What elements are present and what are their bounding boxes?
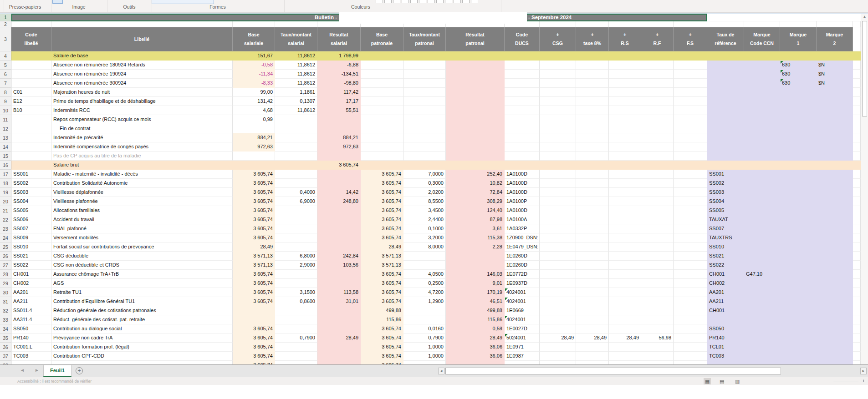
row-header-25[interactable]: 25 xyxy=(0,242,11,252)
cell-r28-bp[interactable]: 3 605,74 xyxy=(361,270,403,279)
zoom-out-icon[interactable]: − xyxy=(825,378,828,384)
color-swatch[interactable] xyxy=(454,0,461,3)
row-header-24[interactable]: 24 xyxy=(0,233,11,242)
cell-r20-ts[interactable]: 6,9000 xyxy=(275,197,317,206)
cell-r32-ref[interactable]: CH001 xyxy=(707,306,744,315)
row-header-3[interactable]: 3 xyxy=(0,27,11,51)
row-header-12[interactable]: 12 xyxy=(0,124,11,133)
cell-r22-rp[interactable]: 87,98 xyxy=(446,215,505,224)
cell-r32-code[interactable]: SS011.4 xyxy=(11,306,51,315)
cell-r37-rs[interactable] xyxy=(317,352,361,361)
cell-r34-rp[interactable]: 0,58 xyxy=(446,324,505,333)
cell-r28-rp[interactable]: 146,03 xyxy=(446,270,505,279)
cell-r19-m1[interactable] xyxy=(780,188,817,197)
cell-r2-ref[interactable] xyxy=(707,21,744,27)
cell-r12-code[interactable] xyxy=(11,124,51,133)
cell-r20-rp[interactable]: 308,29 xyxy=(446,197,505,206)
cell-r29-tp[interactable]: 0,2500 xyxy=(403,279,446,288)
cell-r34-bp[interactable]: 3 605,74 xyxy=(361,324,403,333)
cell-r26-bs[interactable]: 3 571,13 xyxy=(233,252,275,261)
horizontal-scrollbar-thumb[interactable] xyxy=(445,368,781,374)
row-header-18[interactable]: 18 xyxy=(0,179,11,188)
cell-r34-taxe[interactable] xyxy=(576,324,609,333)
column-header-3[interactable]: Taux/montant salarial xyxy=(275,27,317,51)
cell-r28-sliver[interactable] xyxy=(853,270,861,279)
cell-r26-label[interactable]: CSG déductible xyxy=(51,252,233,261)
cell-r20-sliver[interactable] xyxy=(853,197,861,206)
cell-r29-code[interactable]: CH002 xyxy=(11,279,51,288)
cell-r23-m2[interactable] xyxy=(817,224,853,233)
cell-r34-ref[interactable]: SS050 xyxy=(707,324,744,333)
cell-r2-ccn[interactable] xyxy=(744,21,780,27)
cell-r34-rf[interactable] xyxy=(641,324,674,333)
cell-r25-bp[interactable]: 28,49 xyxy=(361,242,403,252)
cell-r22-rs2[interactable] xyxy=(609,215,641,224)
cell-r21-sliver[interactable] xyxy=(853,206,861,215)
cell-r23-rf[interactable] xyxy=(641,224,674,233)
cell-r32-sliver[interactable] xyxy=(853,306,861,315)
cell-r17-m1[interactable] xyxy=(780,170,817,179)
cell-r11-bs[interactable]: 0,99 xyxy=(233,115,275,124)
cell-r14-ccn[interactable] xyxy=(744,142,780,152)
cell-r21-ts[interactable] xyxy=(275,206,317,215)
cell-r27-rs[interactable]: 103,56 xyxy=(317,261,361,270)
cell-r11-ts[interactable] xyxy=(275,115,317,124)
cell-r19-code[interactable]: SS003 xyxy=(11,188,51,197)
color-swatch[interactable] xyxy=(445,0,452,3)
cell-r7-ccn[interactable] xyxy=(744,79,780,88)
cell-r35-bs[interactable]: 3 605,74 xyxy=(233,333,275,343)
cell-r7-ref[interactable] xyxy=(707,79,744,88)
cell-r23-rs[interactable] xyxy=(317,224,361,233)
cell-r4-code[interactable] xyxy=(11,51,51,61)
cell-r28-m1[interactable] xyxy=(780,270,817,279)
cell-r34-ccn[interactable] xyxy=(744,324,780,333)
cell-r11-csg[interactable] xyxy=(540,115,576,124)
color-swatch[interactable] xyxy=(436,0,444,3)
cell-r14-bs[interactable]: 972,63 xyxy=(233,142,275,152)
cell-r26-rf[interactable] xyxy=(641,252,674,261)
cell-r17-label[interactable]: Maladie - maternité - invalidité - décès xyxy=(51,170,233,179)
cell-r6-ccn[interactable] xyxy=(744,70,780,79)
cell-r15-label[interactable]: Pas de CP acquis au titre de la maladie xyxy=(51,152,233,161)
cell-r30-code[interactable]: AA201 xyxy=(11,288,51,297)
cell-r35-rp[interactable]: 28,49 xyxy=(446,333,505,343)
cell-r25-taxe[interactable] xyxy=(576,242,609,252)
column-header-11[interactable]: + R.S xyxy=(609,27,641,51)
cell-r6-m2[interactable]: $N xyxy=(817,70,853,79)
cell-r17-code[interactable]: SS001 xyxy=(11,170,51,179)
cell-r31-m2[interactable] xyxy=(817,297,853,306)
cell-r38-fs[interactable] xyxy=(674,361,707,364)
cell-r35-code[interactable]: PR140 xyxy=(11,333,51,343)
cell-r12-rs2[interactable] xyxy=(609,124,641,133)
cell-r8-m2[interactable] xyxy=(817,88,853,97)
cell-r28-rf[interactable] xyxy=(641,270,674,279)
cell-r4-bp[interactable] xyxy=(361,51,403,61)
cell-r25-label[interactable]: Forfait social sur contributions de prév… xyxy=(51,242,233,252)
cell-r33-fs[interactable] xyxy=(674,315,707,324)
cell-r27-taxe[interactable] xyxy=(576,261,609,270)
cell-r6-csg[interactable] xyxy=(540,70,576,79)
column-header-8[interactable]: Code DUCS xyxy=(505,27,540,51)
cell-r16-ducs[interactable] xyxy=(505,161,540,170)
cell-r36-ccn[interactable] xyxy=(744,343,780,352)
cell-r9-rs[interactable]: 17,17 xyxy=(317,97,361,106)
cell-r31-bs[interactable]: 3 605,74 xyxy=(233,297,275,306)
add-sheet-button[interactable]: + xyxy=(76,367,83,374)
cell-r19-ducs[interactable]: 1A0100D xyxy=(505,188,540,197)
cell-r4-rs2[interactable] xyxy=(609,51,641,61)
cell-r38-rf[interactable] xyxy=(641,361,674,364)
cell-r30-rf[interactable] xyxy=(641,288,674,297)
cell-r2-rs2[interactable] xyxy=(609,21,641,27)
cell-r12-rp[interactable] xyxy=(446,124,505,133)
cell-r8-ref[interactable] xyxy=(707,88,744,97)
column-header-sliver[interactable] xyxy=(853,27,861,51)
cell-r27-tp[interactable] xyxy=(403,261,446,270)
cell-r22-sliver[interactable] xyxy=(853,215,861,224)
row-header-21[interactable]: 21 xyxy=(0,206,11,215)
cell-r13-fs[interactable] xyxy=(674,133,707,142)
cell-r4-m1[interactable] xyxy=(780,51,817,61)
cell-r28-ref[interactable]: CH001 xyxy=(707,270,744,279)
cell-r12-m1[interactable] xyxy=(780,124,817,133)
cell-r8-rf[interactable] xyxy=(641,88,674,97)
cell-r6-ts[interactable]: 11,8612 xyxy=(275,70,317,79)
